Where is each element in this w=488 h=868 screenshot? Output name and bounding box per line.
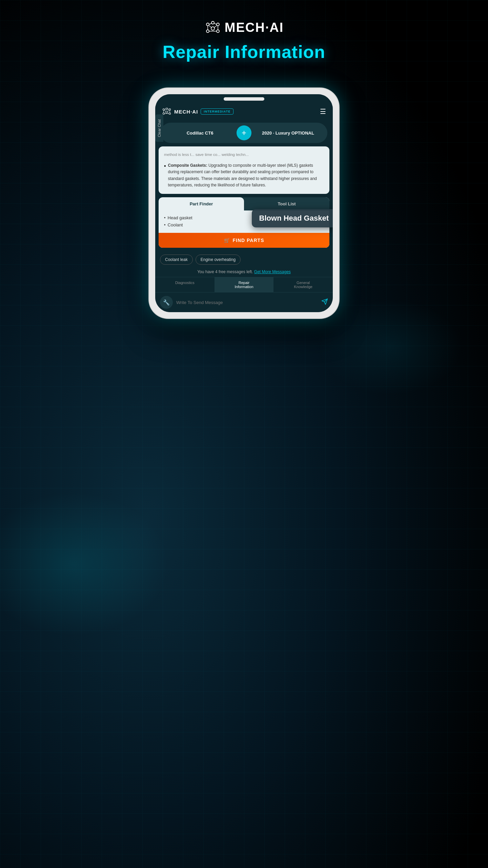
app-header: MECH·AI INTERMEDIATE ☰ [155,104,333,119]
svg-point-17 [169,113,171,115]
app-logo: MECH·AI INTERMEDIATE [162,108,233,115]
mech-ai-logo-icon [204,21,221,35]
app-logo-icon [162,108,171,115]
part-bullet-1: • [164,215,166,220]
vehicle-selector: Codillac CT6 + 2020 · Luxury OPTIONAL [161,123,327,143]
nav-diagnostics[interactable]: Diagnostics [155,277,215,292]
svg-line-6 [214,23,217,24]
part-name-1: Head gasket [168,215,192,220]
nav-general-knowledge[interactable]: GeneralKnowledge [273,277,333,292]
phone-frame: MECH·AI INTERMEDIATE ☰ Codillac CT6 + 20… [149,88,339,318]
clear-chat-tab[interactable]: Clear Chat [155,115,163,142]
part-finder-tabs: Part Finder Tool List [159,197,329,210]
add-vehicle-button[interactable]: + [237,125,251,140]
svg-point-12 [211,27,215,30]
bottom-navigation: Diagnostics RepairInformation GeneralKno… [155,277,333,292]
chip-engine-overheating[interactable]: Engine overheating [196,255,241,265]
content-fade-text: method is less t... save time co... weld… [164,152,324,160]
svg-line-5 [209,23,211,24]
svg-point-16 [163,113,165,115]
vehicle-year: 2020 · Luxury OPTIONAL [254,130,322,136]
obd-icon: 🔧 [160,296,173,309]
svg-point-2 [217,23,219,26]
svg-point-0 [206,23,209,26]
svg-point-25 [166,111,168,113]
svg-point-14 [166,108,168,109]
message-input-area: 🔧 [155,292,333,312]
composite-bold: Composite [168,163,189,168]
vehicle-name: Codillac CT6 [166,130,234,136]
svg-line-18 [165,109,166,110]
bullet-dot: • [164,163,166,188]
send-button[interactable] [321,298,328,307]
composite-gaskets-text: Composite Gaskets: Upgrading to composit… [168,162,324,188]
obd-symbol: 🔧 [163,299,170,306]
brand-name: MECH·AI [225,20,284,35]
menu-button[interactable]: ☰ [320,108,326,115]
messages-left-area: You have 4 free messages left. Get More … [155,268,333,277]
app-logo-text: MECH·AI [174,109,198,115]
vehicle-name-area: Codillac CT6 [166,130,234,136]
svg-line-19 [168,109,169,110]
phone-notch [155,94,333,104]
skill-badge: INTERMEDIATE [201,108,233,115]
vehicle-year-area: 2020 · Luxury OPTIONAL [254,130,322,136]
svg-point-13 [163,109,165,110]
message-input[interactable] [176,300,318,305]
send-icon [321,298,328,305]
tab-tool-list[interactable]: Tool List [244,197,329,210]
blown-head-gasket-tooltip: Blown Head Gasket [252,209,333,227]
tab-part-finder[interactable]: Part Finder [159,197,244,210]
gaskets-bold: Gaskets: [189,163,207,168]
page-title: Repair Information [163,42,325,62]
main-content-area: method is less t... save time co... weld… [159,146,329,194]
find-parts-label: FIND PARTS [233,238,264,243]
get-more-messages-link[interactable]: Get More Messages [254,269,291,274]
svg-point-4 [217,30,219,33]
page-header: MECH·AI Repair Information [0,20,488,62]
svg-point-1 [211,21,214,24]
find-parts-button[interactable]: 🛒 FIND PARTS [159,233,329,248]
svg-point-15 [169,109,171,110]
messages-left-text: You have 4 free messages left. [197,269,253,274]
nav-repair-information[interactable]: RepairInformation [215,277,274,292]
part-name-2: Coolant [168,222,183,227]
brand-logo: MECH·AI [204,20,284,35]
composite-gaskets-section: • Composite Gaskets: Upgrading to compos… [164,162,324,188]
chip-coolant-leak[interactable]: Coolant leak [160,255,193,265]
phone-screen: MECH·AI INTERMEDIATE ☰ Codillac CT6 + 20… [155,94,333,312]
phone-mockup: MECH·AI INTERMEDIATE ☰ Codillac CT6 + 20… [149,88,339,318]
quick-chips: Coolant leak Engine overheating [155,251,333,268]
svg-point-3 [206,30,209,33]
cart-icon: 🛒 [224,238,230,243]
notch-bar [224,97,264,101]
part-bullet-2: • [164,222,166,227]
